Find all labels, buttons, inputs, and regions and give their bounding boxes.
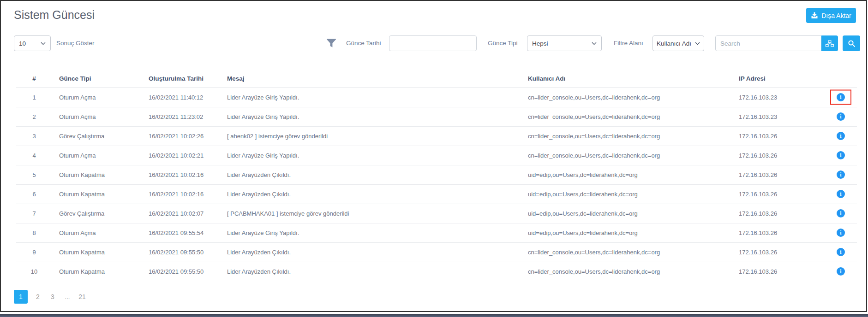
cell-message: Lider Arayüzden Çıkıldı. (220, 262, 521, 281)
cell-created: 16/02/2021 10:02:07 (142, 204, 220, 223)
export-button[interactable]: Dışa Aktar (806, 8, 856, 23)
cell-message: Lider Arayüzden Çıkıldı. (220, 165, 521, 184)
cell-actions: i (825, 262, 857, 281)
cell-user: cn=lider_console,ou=Users,dc=liderahenk,… (521, 146, 732, 165)
cell-message: Lider Arayüzden Çıkıldı. (220, 242, 521, 262)
column-header-4: Mesaj (220, 70, 521, 88)
cell-user: cn=lider_console,ou=Users,dc=liderahenk,… (521, 126, 732, 146)
chevron-down-icon (695, 42, 700, 45)
cell-created: 16/02/2021 09:55:50 (142, 262, 220, 281)
info-icon[interactable]: i (837, 112, 845, 121)
info-icon[interactable]: i (837, 209, 845, 217)
filter-field-value: Kullanıcı Adı (657, 40, 691, 47)
export-button-label: Dışa Aktar (821, 12, 851, 19)
cell-message: [ PCABMHAKA01 ] istemciye görev gönderil… (220, 204, 521, 223)
cell-actions: i (825, 184, 857, 204)
tree-search-button[interactable] (821, 35, 838, 51)
cell-type: Oturum Açma (52, 146, 142, 165)
cell-index: 4 (16, 146, 52, 165)
cell-actions: i (825, 223, 857, 242)
cell-index: 7 (16, 204, 52, 223)
date-filter-input[interactable] (389, 35, 477, 51)
cell-index: 10 (16, 262, 52, 281)
cell-message: Lider Arayüze Giriş Yapıldı. (220, 88, 521, 107)
cell-ip: 172.16.103.26 (732, 204, 825, 223)
pagination-page-3[interactable]: 3 (48, 290, 57, 304)
cell-ip: 172.16.103.26 (732, 146, 825, 165)
filter-field-select[interactable]: Kullanıcı Adı (652, 35, 704, 51)
info-icon[interactable]: i (837, 151, 845, 159)
table-row: 9Oturum Kapatma16/02/2021 09:55:50Lider … (16, 242, 857, 262)
cell-ip: 172.16.103.23 (732, 88, 825, 107)
table-header-row: #Günce TipiOluşturulma TarihiMesajKullan… (16, 70, 857, 88)
search-button[interactable] (843, 35, 860, 51)
cell-created: 16/02/2021 10:02:21 (142, 146, 220, 165)
cell-index: 5 (16, 165, 52, 184)
cell-type: Görev Çalıştırma (52, 204, 142, 223)
info-icon[interactable]: i (837, 267, 845, 276)
window-bottom-edge (0, 314, 868, 317)
table-row: 10Oturum Kapatma16/02/2021 09:55:50Lider… (16, 262, 857, 281)
cell-message: Lider Arayüze Giriş Yapıldı. (220, 223, 521, 242)
cell-created: 16/02/2021 11:23:02 (142, 107, 220, 126)
cell-index: 3 (16, 126, 52, 146)
cell-type: Oturum Kapatma (52, 184, 142, 204)
pagination-page-1[interactable]: 1 (14, 290, 28, 304)
sitemap-icon (825, 40, 834, 47)
date-filter-label: Günce Tarihi (346, 35, 381, 51)
info-icon[interactable]: i (837, 190, 845, 198)
info-icon[interactable]: i (837, 170, 845, 179)
cell-user: cn=lider_console,ou=Users,dc=liderahenk,… (521, 107, 732, 126)
cell-ip: 172.16.103.23 (732, 107, 825, 126)
type-filter-select[interactable]: Hepsi (527, 35, 602, 51)
page-size-select[interactable]: 10 (14, 35, 51, 51)
column-header-2: Günce Tipi (52, 70, 142, 88)
cell-message: [ ahenk02 ] istemciye görev gönderildi (220, 126, 521, 146)
cell-actions: i (825, 165, 857, 184)
cell-ip: 172.16.103.26 (732, 262, 825, 281)
search-input[interactable] (715, 35, 821, 51)
page-size-label: Sonuç Göster (56, 35, 95, 51)
cell-created: 16/02/2021 10:02:16 (142, 165, 220, 184)
cell-type: Oturum Açma (52, 88, 142, 107)
cell-created: 16/02/2021 09:55:54 (142, 223, 220, 242)
cell-ip: 172.16.103.26 (732, 223, 825, 242)
cell-type: Oturum Kapatma (52, 242, 142, 262)
cell-message: Lider Arayüze Giriş Yapıldı. (220, 146, 521, 165)
cell-actions: i (825, 88, 857, 107)
table-row: 8Oturum Açma16/02/2021 09:55:54Lider Ara… (16, 223, 857, 242)
cell-type: Oturum Kapatma (52, 165, 142, 184)
cell-created: 16/02/2021 10:02:26 (142, 126, 220, 146)
cell-actions: i (825, 146, 857, 165)
info-icon[interactable]: i (837, 248, 845, 256)
cell-actions: i (825, 242, 857, 262)
cell-created: 16/02/2021 11:40:12 (142, 88, 220, 107)
cell-user: uid=edip,ou=Users,dc=liderahenk,dc=org (521, 223, 732, 242)
page-title: Sistem Güncesi (14, 8, 95, 22)
page-size-value: 10 (19, 40, 26, 47)
funnel-icon[interactable] (326, 38, 336, 50)
cell-actions: i (825, 126, 857, 146)
cell-type: Görev Çalıştırma (52, 126, 142, 146)
filter-field-label: Filtre Alanı (614, 35, 643, 51)
cell-index: 6 (16, 184, 52, 204)
pagination-page-21[interactable]: 21 (78, 290, 87, 304)
pagination-ellipsis: ... (63, 290, 72, 304)
chevron-down-icon (592, 42, 597, 45)
info-icon[interactable]: i (837, 93, 845, 101)
info-icon[interactable]: i (837, 132, 845, 140)
cell-user: cn=lider_console,ou=Users,dc=liderahenk,… (521, 262, 732, 281)
info-icon[interactable]: i (837, 229, 845, 237)
system-log-table: #Günce TipiOluşturulma TarihiMesajKullan… (16, 70, 857, 281)
cell-actions: i (825, 107, 857, 126)
cell-type: Oturum Açma (52, 107, 142, 126)
cell-ip: 172.16.103.26 (732, 242, 825, 262)
column-header-1: # (16, 70, 52, 88)
table-row: 3Görev Çalıştırma16/02/2021 10:02:26[ ah… (16, 126, 857, 146)
cell-message: Lider Arayüze Giriş Yapıldı. (220, 107, 521, 126)
type-filter-value: Hepsi (532, 40, 548, 47)
column-header-3: Oluşturulma Tarihi (142, 70, 220, 88)
type-filter-label: Günce Tipi (488, 35, 518, 51)
column-header-actions (825, 70, 857, 88)
pagination-page-2[interactable]: 2 (33, 290, 42, 304)
